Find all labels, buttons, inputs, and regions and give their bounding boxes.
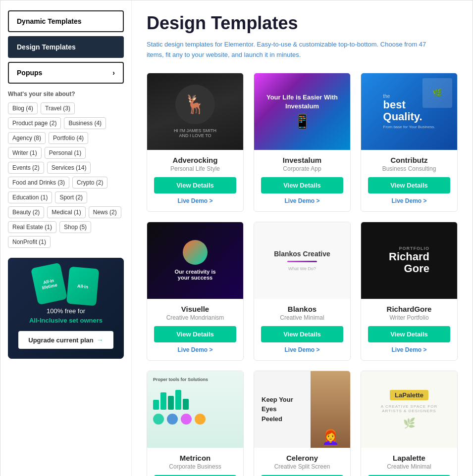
filter-tag[interactable]: Agency (8) — [8, 132, 46, 144]
template-category: Writer Portfolio — [368, 314, 450, 321]
template-thumbnail: Proper tools for Solutions — [147, 371, 243, 448]
view-details-button[interactable]: View Details — [261, 177, 343, 193]
template-card: Blankos Creative What We Do? Blankos Cre… — [254, 222, 351, 361]
template-info: Blankos Creative Minimal View Details Li… — [254, 299, 350, 360]
filter-tag[interactable]: Business (4) — [64, 117, 106, 129]
chevron-right-icon: › — [112, 69, 115, 77]
tags-container: Blog (4)Travel (3)Product page (2)Busine… — [8, 102, 124, 248]
template-thumbnail: Our creativity isyour success — [147, 222, 243, 299]
template-thumbnail: PORTFOLIO RichardGore — [361, 222, 457, 299]
template-thumbnail: 🌿 the bestQuality. From base for Your Bu… — [361, 73, 457, 150]
view-details-button[interactable]: View Details — [368, 177, 450, 193]
template-thumbnail: Blankos Creative What We Do? — [254, 222, 350, 299]
template-category: Personal Life Style — [154, 165, 236, 172]
filter-tag[interactable]: Sport (2) — [55, 191, 87, 203]
template-info: Investalum Corporate App View Details Li… — [254, 150, 350, 211]
template-card: LaPalette A CREATIVE SPACE FOR ARTISTS &… — [361, 371, 458, 476]
template-category: Creative Split Screen — [261, 463, 343, 470]
filter-tag[interactable]: Events (2) — [8, 162, 44, 174]
template-card: 🦌 HI I'M JAMES SMITHAND I LOVE TO Advero… — [147, 73, 244, 212]
template-thumbnail: LaPalette A CREATIVE SPACE FOR ARTISTS &… — [361, 371, 457, 448]
popups-button[interactable]: Popups › — [8, 62, 124, 84]
page-title: Design Templates — [147, 13, 458, 34]
template-card: PORTFOLIO RichardGore RichardGore Writer… — [361, 222, 458, 361]
template-name: Adverocking — [154, 156, 236, 164]
template-info: Lapalette Creative Minimal View Details … — [361, 448, 457, 476]
promo-text: 100% free for All-Inclusive set owners — [29, 307, 103, 326]
filter-tag[interactable]: Services (14) — [47, 162, 91, 174]
filter-tag[interactable]: Personal (1) — [45, 147, 86, 159]
template-thumbnail: 🦌 HI I'M JAMES SMITHAND I LOVE TO — [147, 73, 243, 150]
template-info: Metricon Corporate Business View Details… — [147, 448, 243, 476]
page-description: Static design templates for Elementor. E… — [147, 40, 444, 60]
filter-tag[interactable]: Portfolio (4) — [49, 132, 88, 144]
view-details-button[interactable]: View Details — [154, 177, 236, 193]
template-info: Adverocking Personal Life Style View Det… — [147, 150, 243, 211]
live-demo-link[interactable]: Live Demo > — [368, 196, 450, 205]
template-name: RichardGore — [368, 305, 450, 313]
template-thumbnail: Keep Your EyesPeeled 👩‍🦰 — [254, 371, 350, 448]
template-info: RichardGore Writer Portfolio View Detail… — [361, 299, 457, 360]
live-demo-link[interactable]: Live Demo > — [154, 345, 236, 354]
template-category: Creative Mondrianism — [154, 314, 236, 321]
promo-card-2: All·in — [66, 266, 99, 306]
view-details-button[interactable]: View Details — [368, 326, 450, 342]
template-name: Visuelle — [154, 305, 236, 313]
template-card: Our creativity isyour success Visuelle C… — [147, 222, 244, 361]
filter-tag[interactable]: Food and Drinks (3) — [8, 177, 69, 189]
arrow-icon: → — [97, 336, 104, 344]
filter-tag[interactable]: Crypto (2) — [72, 177, 107, 189]
template-grid: 🦌 HI I'M JAMES SMITHAND I LOVE TO Advero… — [147, 73, 458, 476]
template-name: Lapalette — [368, 454, 450, 462]
template-category: Corporate App — [261, 165, 343, 172]
promo-box: All·inlifetime All·in 100% free for All-… — [8, 258, 124, 359]
dynamic-templates-button[interactable]: Dynamic Templates — [8, 10, 124, 32]
live-demo-link[interactable]: Live Demo > — [261, 196, 343, 205]
design-templates-button[interactable]: Design Templates — [8, 36, 124, 58]
template-card: Proper tools for Solutions Metricon Corp… — [147, 371, 244, 476]
live-demo-link[interactable]: Live Demo > — [154, 196, 236, 205]
filter-tag[interactable]: Real Estate (1) — [8, 221, 56, 233]
filter-tag[interactable]: Shop (5) — [59, 221, 91, 233]
filter-tag[interactable]: Writer (1) — [8, 147, 42, 159]
template-name: Investalum — [261, 156, 343, 164]
template-name: Blankos — [261, 305, 343, 313]
template-info: Contributz Business Consulting View Deta… — [361, 150, 457, 211]
template-card: Keep Your EyesPeeled 👩‍🦰 Celerony Creati… — [254, 371, 351, 476]
filter-tag[interactable]: NonProfit (1) — [8, 236, 51, 248]
view-details-button[interactable]: View Details — [261, 326, 343, 342]
filter-tag[interactable]: Beauty (2) — [8, 206, 44, 218]
template-card: Your Life is Easier WithInvestalum 📱 Inv… — [254, 73, 351, 212]
live-demo-link[interactable]: Live Demo > — [368, 345, 450, 354]
promo-card-1: All·inlifetime — [31, 262, 67, 305]
filter-section-label: What's your site about? — [8, 91, 124, 97]
template-card: 🌿 the bestQuality. From base for Your Bu… — [361, 73, 458, 212]
sidebar: Dynamic Templates Design Templates Popup… — [0, 0, 132, 476]
filter-tag[interactable]: Travel (3) — [41, 102, 75, 114]
view-details-button[interactable]: View Details — [154, 326, 236, 342]
filter-tag[interactable]: News (2) — [89, 206, 121, 218]
filter-tag[interactable]: Medical (1) — [47, 206, 85, 218]
template-category: Business Consulting — [368, 165, 450, 172]
filter-tag[interactable]: Blog (4) — [8, 102, 38, 114]
template-name: Celerony — [261, 454, 343, 462]
main-content: Design Templates Static design templates… — [132, 0, 473, 476]
upgrade-button[interactable]: Upgrade current plan → — [18, 331, 113, 349]
template-name: Metricon — [154, 454, 236, 462]
live-demo-link[interactable]: Live Demo > — [261, 345, 343, 354]
template-name: Contributz — [368, 156, 450, 164]
template-info: Visuelle Creative Mondrianism View Detai… — [147, 299, 243, 360]
filter-tag[interactable]: Education (1) — [8, 191, 52, 203]
template-category: Corporate Business — [154, 463, 236, 470]
template-info: Celerony Creative Split Screen View Deta… — [254, 448, 350, 476]
template-category: Creative Minimal — [368, 463, 450, 470]
template-thumbnail: Your Life is Easier WithInvestalum 📱 — [254, 73, 350, 150]
filter-tag[interactable]: Product page (2) — [8, 117, 61, 129]
template-category: Creative Minimal — [261, 314, 343, 321]
